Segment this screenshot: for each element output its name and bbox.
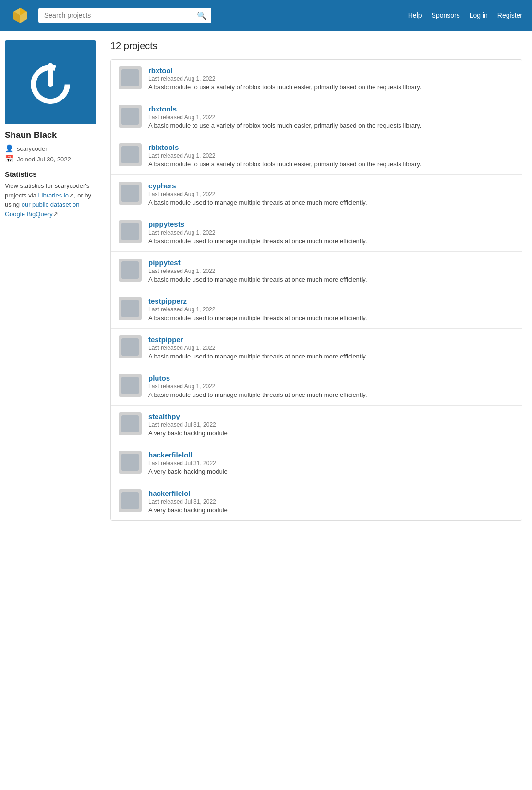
project-thumbnail-inner bbox=[121, 492, 139, 509]
projects-count: 12 projects bbox=[110, 40, 522, 51]
project-item: stealthpy Last released Jul 31, 2022 A v… bbox=[111, 406, 522, 444]
project-released: Last released Aug 1, 2022 bbox=[148, 191, 514, 198]
project-released: Last released Aug 1, 2022 bbox=[148, 152, 514, 159]
project-thumbnail-inner bbox=[121, 108, 139, 125]
person-icon: 👤 bbox=[5, 144, 14, 153]
project-description: A basic module used to manage multiple t… bbox=[148, 314, 514, 321]
project-description: A very basic hacking module bbox=[148, 468, 514, 475]
project-name[interactable]: hackerfileloll bbox=[148, 451, 514, 459]
nav-sponsors[interactable]: Sponsors bbox=[432, 12, 460, 19]
site-header: 🔍 Help Sponsors Log in Register bbox=[0, 0, 532, 31]
project-thumbnail-inner bbox=[121, 261, 139, 279]
project-thumbnail bbox=[119, 412, 142, 435]
project-name[interactable]: rbxtools bbox=[148, 105, 514, 113]
project-description: A basic module to use a variety of roblo… bbox=[148, 160, 514, 168]
nav-help[interactable]: Help bbox=[408, 12, 422, 19]
project-thumbnail-inner bbox=[121, 300, 139, 317]
project-thumbnail-inner bbox=[121, 146, 139, 163]
project-info: hackerfileloll Last released Jul 31, 202… bbox=[148, 451, 514, 475]
project-item: pippytests Last released Aug 1, 2022 A b… bbox=[111, 213, 522, 252]
main-content: 12 projects rbxtool Last released Aug 1,… bbox=[110, 40, 522, 521]
user-handle-row: 👤 scarycoder bbox=[5, 144, 101, 153]
project-info: rbxtools Last released Aug 1, 2022 A bas… bbox=[148, 105, 514, 129]
sidebar: Shaun Black 👤 scarycoder 📅 Joined Jul 30… bbox=[5, 40, 101, 521]
project-name[interactable]: plutos bbox=[148, 374, 514, 382]
project-name[interactable]: rbxtool bbox=[148, 66, 514, 74]
project-released: Last released Aug 1, 2022 bbox=[148, 229, 514, 236]
project-thumbnail-inner bbox=[121, 223, 139, 240]
project-released: Last released Aug 1, 2022 bbox=[148, 383, 514, 390]
statistics-heading: Statistics bbox=[5, 170, 101, 178]
project-thumbnail bbox=[119, 259, 142, 282]
project-list: rbxtool Last released Aug 1, 2022 A basi… bbox=[110, 59, 522, 521]
project-description: A basic module used to manage multiple t… bbox=[148, 353, 514, 360]
calendar-icon: 📅 bbox=[5, 155, 14, 163]
project-thumbnail bbox=[119, 297, 142, 320]
top-nav: Help Sponsors Log in Register bbox=[408, 12, 522, 19]
project-released: Last released Jul 31, 2022 bbox=[148, 460, 514, 467]
project-info: testpipperz Last released Aug 1, 2022 A … bbox=[148, 297, 514, 321]
project-thumbnail bbox=[119, 182, 142, 205]
project-thumbnail-inner bbox=[121, 415, 139, 432]
project-description: A basic module to use a variety of roblo… bbox=[148, 122, 514, 129]
project-info: cyphers Last released Aug 1, 2022 A basi… bbox=[148, 182, 514, 206]
project-thumbnail-inner bbox=[121, 185, 139, 202]
nav-register[interactable]: Register bbox=[497, 12, 522, 19]
search-icon: 🔍 bbox=[197, 11, 206, 20]
main-container: Shaun Black 👤 scarycoder 📅 Joined Jul 30… bbox=[0, 31, 532, 531]
project-info: testpipper Last released Aug 1, 2022 A b… bbox=[148, 335, 514, 360]
project-released: Last released Aug 1, 2022 bbox=[148, 306, 514, 313]
project-thumbnail bbox=[119, 66, 142, 89]
project-item: pippytest Last released Aug 1, 2022 A ba… bbox=[111, 252, 522, 290]
project-name[interactable]: stealthpy bbox=[148, 412, 514, 420]
project-name[interactable]: cyphers bbox=[148, 182, 514, 190]
project-info: hackerfilelol Last released Jul 31, 2022… bbox=[148, 489, 514, 514]
project-description: A very basic hacking module bbox=[148, 430, 514, 437]
project-released: Last released Jul 31, 2022 bbox=[148, 498, 514, 505]
project-item: testpipperz Last released Aug 1, 2022 A … bbox=[111, 290, 522, 329]
project-item: testpipper Last released Aug 1, 2022 A b… bbox=[111, 329, 522, 367]
project-item: hackerfileloll Last released Jul 31, 202… bbox=[111, 444, 522, 482]
project-thumbnail-inner bbox=[121, 454, 139, 471]
project-name[interactable]: hackerfilelol bbox=[148, 489, 514, 497]
project-thumbnail bbox=[119, 451, 142, 474]
project-thumbnail bbox=[119, 335, 142, 358]
project-item: rblxtools Last released Aug 1, 2022 A ba… bbox=[111, 136, 522, 175]
project-released: Last released Aug 1, 2022 bbox=[148, 75, 514, 82]
project-name[interactable]: testpipper bbox=[148, 335, 514, 344]
project-thumbnail-inner bbox=[121, 377, 139, 394]
statistics-text: View statistics for scarycoder's project… bbox=[5, 181, 101, 219]
project-released: Last released Aug 1, 2022 bbox=[148, 114, 514, 121]
project-name[interactable]: pippytests bbox=[148, 220, 514, 228]
project-info: rbxtool Last released Aug 1, 2022 A basi… bbox=[148, 66, 514, 91]
site-logo[interactable] bbox=[10, 5, 31, 26]
project-thumbnail-inner bbox=[121, 69, 139, 86]
project-released: Last released Jul 31, 2022 bbox=[148, 421, 514, 428]
project-thumbnail bbox=[119, 374, 142, 397]
power-icon bbox=[24, 55, 77, 110]
project-name[interactable]: rblxtools bbox=[148, 143, 514, 151]
user-joined: Joined Jul 30, 2022 bbox=[17, 156, 71, 163]
project-item: rbxtool Last released Aug 1, 2022 A basi… bbox=[111, 60, 522, 98]
project-info: pippytests Last released Aug 1, 2022 A b… bbox=[148, 220, 514, 245]
project-info: rblxtools Last released Aug 1, 2022 A ba… bbox=[148, 143, 514, 168]
project-thumbnail bbox=[119, 489, 142, 512]
project-thumbnail bbox=[119, 220, 142, 243]
nav-login[interactable]: Log in bbox=[470, 12, 488, 19]
project-description: A basic module used to manage multiple t… bbox=[148, 276, 514, 283]
project-item: hackerfilelol Last released Jul 31, 2022… bbox=[111, 482, 522, 520]
project-thumbnail-inner bbox=[121, 338, 139, 356]
project-description: A basic module used to manage multiple t… bbox=[148, 391, 514, 398]
project-name[interactable]: testpipperz bbox=[148, 297, 514, 305]
project-thumbnail bbox=[119, 105, 142, 128]
project-info: plutos Last released Aug 1, 2022 A basic… bbox=[148, 374, 514, 398]
project-info: stealthpy Last released Jul 31, 2022 A v… bbox=[148, 412, 514, 437]
project-name[interactable]: pippytest bbox=[148, 259, 514, 267]
search-box[interactable]: 🔍 bbox=[38, 8, 211, 23]
libraries-link[interactable]: Libraries.io bbox=[38, 192, 69, 199]
project-description: A basic module used to manage multiple t… bbox=[148, 237, 514, 245]
search-input[interactable] bbox=[38, 8, 211, 23]
project-item: cyphers Last released Aug 1, 2022 A basi… bbox=[111, 175, 522, 213]
project-description: A very basic hacking module bbox=[148, 506, 514, 514]
project-item: plutos Last released Aug 1, 2022 A basic… bbox=[111, 367, 522, 406]
